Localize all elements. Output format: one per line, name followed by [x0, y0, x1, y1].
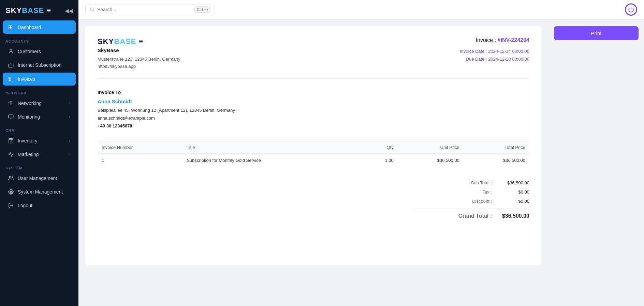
- sidebar-item-label: Dashboard: [18, 25, 41, 30]
- sidebar: SKYBASE ≡ ◀◀ ⊞ Dashboard Accounts Custom…: [0, 0, 78, 306]
- invoice-header: SKYBASE ≡ SkyBase Musterstraße 123, 1234…: [98, 37, 529, 79]
- sidebar-item-label: Monitoring: [18, 114, 40, 120]
- sidebar-item-label: Internet Subscription: [18, 62, 61, 68]
- inventory-icon: [8, 138, 14, 143]
- sidebar-item-inventory[interactable]: Inventory ›: [3, 135, 76, 147]
- section-label-crm: CRM: [0, 124, 78, 134]
- section-label-system: System: [0, 161, 78, 171]
- sidebar-item-networking[interactable]: Networking ›: [3, 97, 76, 109]
- sidebar-item-system-management[interactable]: System Management: [3, 186, 76, 198]
- sidebar-item-label: Networking: [18, 101, 42, 106]
- invoice-table: Invoice Number Title Qty Unit Price Tota…: [98, 141, 529, 167]
- sidebar-item-label: User Management: [18, 175, 57, 181]
- company-info: SKYBASE ≡ SkyBase Musterstraße 123, 1234…: [98, 37, 180, 70]
- invoice-to-label: Invoice To: [98, 90, 529, 95]
- sidebar-item-logout[interactable]: Logout: [3, 199, 76, 212]
- search-shortcut: Ctrl + /: [194, 6, 210, 13]
- row-number: 1: [98, 153, 182, 167]
- tax-row: Tax : $0.00: [413, 187, 529, 197]
- logout-icon: [8, 203, 14, 208]
- due-date: Due Date : 2024-12-28 00:00:00: [460, 55, 529, 63]
- svg-point-5: [9, 176, 11, 178]
- subtotal-value: $36,500.00: [492, 180, 529, 185]
- chevron-right-icon: ›: [69, 138, 70, 143]
- content-area: SKYBASE ≡ SkyBase Musterstraße 123, 1234…: [78, 19, 644, 306]
- topbar: Ctrl + /: [78, 0, 644, 19]
- sidebar-item-monitoring[interactable]: Monitoring ›: [3, 111, 76, 123]
- sidebar-item-label: Customers: [18, 49, 41, 54]
- invoice-meta: Invoice : #INV-224204 Invoice Date : 202…: [460, 37, 529, 63]
- grand-total-value: $36,500.00: [492, 213, 529, 219]
- sidebar-item-user-management[interactable]: User Management: [3, 172, 76, 184]
- power-button[interactable]: [625, 3, 637, 16]
- invoice-dates: Invoice Date : 2024-12-14 00:00:00 Due D…: [460, 47, 529, 63]
- customer-email: anna.schmidt@example.com: [98, 114, 529, 122]
- discount-row: Discount : $0.00: [413, 197, 529, 206]
- sidebar-item-marketing[interactable]: Marketing ›: [3, 148, 76, 160]
- grand-total-label: Grand Total :: [413, 213, 492, 219]
- invoice-card: SKYBASE ≡ SkyBase Musterstraße 123, 1234…: [85, 26, 542, 265]
- svg-point-6: [10, 191, 12, 193]
- search-input[interactable]: [97, 7, 192, 12]
- row-qty: 1.00: [361, 153, 398, 167]
- sidebar-item-invoices[interactable]: $ Invoices: [3, 73, 76, 86]
- app-logo: SKYBASE ≡: [5, 6, 51, 15]
- row-title: Subscription for Monthly Gold Service: [182, 153, 361, 167]
- sidebar-item-dashboard[interactable]: ⊞ Dashboard: [3, 20, 76, 34]
- topbar-right: [625, 3, 637, 16]
- totals-section: Sub Total : $36,500.00 Tax : $0.00 Disco…: [98, 178, 529, 221]
- invoice-to-section: Invoice To Anna Schmidt Beispielallee 45…: [98, 90, 529, 130]
- chevron-right-icon: ›: [69, 114, 70, 119]
- search-box[interactable]: Ctrl + /: [85, 4, 215, 15]
- invoice-date: Invoice Date : 2024-12-14 00:00:00: [460, 47, 529, 55]
- svg-rect-3: [9, 115, 13, 118]
- company-address: Musterstraße 123, 12345 Berlin, Germany …: [98, 56, 180, 70]
- invoices-icon: $: [8, 76, 14, 82]
- svg-rect-1: [9, 64, 13, 67]
- row-total-price: $36,500.00: [464, 153, 529, 167]
- system-management-icon: [8, 189, 14, 195]
- svg-line-9: [93, 11, 94, 12]
- sidebar-item-label: System Management: [18, 189, 63, 195]
- invoice-number-link[interactable]: #INV-224204: [498, 37, 529, 43]
- right-panel: Print: [548, 19, 644, 306]
- chevron-right-icon: ›: [69, 152, 70, 157]
- svg-point-0: [10, 50, 12, 51]
- row-unit-price: $36,500.00: [398, 153, 464, 167]
- company-name: SkyBase: [98, 47, 180, 53]
- user-management-icon: [8, 175, 14, 181]
- col-header-qty: Qty: [361, 141, 398, 153]
- invoice-number: Invoice : #INV-224204: [460, 37, 529, 43]
- section-label-accounts: Accounts: [0, 34, 78, 45]
- sidebar-item-label: Inventory: [18, 138, 38, 143]
- col-header-number: Invoice Number: [98, 141, 182, 153]
- customer-details: Beispielallee 45, Wohnung 12 (Apartment …: [98, 106, 529, 130]
- print-button[interactable]: Print: [554, 26, 639, 40]
- chevron-right-icon: ›: [69, 101, 70, 106]
- discount-label: Discount :: [413, 199, 492, 204]
- monitoring-icon: [8, 114, 14, 120]
- sidebar-item-customers[interactable]: Customers: [3, 45, 76, 58]
- customer-name: Anna Schmidt: [98, 98, 529, 104]
- search-icon: [90, 7, 94, 12]
- customers-icon: [8, 49, 14, 54]
- subscription-icon: [8, 62, 14, 68]
- subtotal-label: Sub Total :: [413, 180, 492, 185]
- tax-label: Tax :: [413, 189, 492, 195]
- sidebar-logo-area: SKYBASE ≡ ◀◀: [0, 0, 78, 20]
- customer-phone: +49 30 12345678: [98, 122, 529, 130]
- main-area: Ctrl + / SKYBASE ≡ SkyBase Musterstraße …: [78, 0, 644, 306]
- svg-point-8: [90, 8, 93, 11]
- col-header-title: Title: [182, 141, 361, 153]
- grand-total-row: Grand Total : $36,500.00: [413, 209, 529, 221]
- collapse-button[interactable]: ◀◀: [65, 7, 73, 14]
- sidebar-item-internet-subscription[interactable]: Internet Subscription: [3, 59, 76, 71]
- col-header-unit-price: Unit Price: [398, 141, 464, 153]
- dashboard-icon: ⊞: [8, 24, 14, 30]
- marketing-icon: [8, 152, 14, 157]
- section-label-network: Network: [0, 86, 78, 96]
- company-logo: SKYBASE ≡: [98, 37, 180, 46]
- tax-value: $0.00: [492, 189, 529, 195]
- sidebar-item-label: Marketing: [18, 152, 39, 157]
- totals-table: Sub Total : $36,500.00 Tax : $0.00 Disco…: [413, 178, 529, 221]
